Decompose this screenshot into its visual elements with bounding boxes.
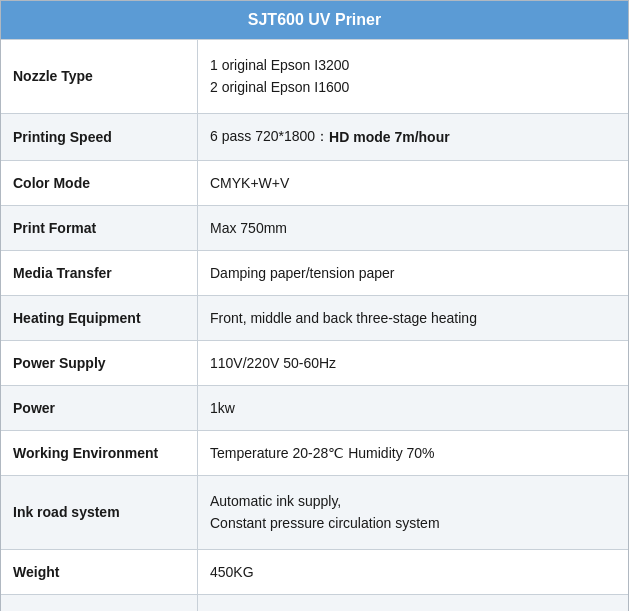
cell-label: Weight bbox=[1, 550, 198, 594]
cell-value: 110V/220V 50-60Hz bbox=[198, 341, 628, 385]
table-row: Media TransferDamping paper/tension pape… bbox=[1, 250, 628, 295]
spec-table: SJT600 UV Priner Nozzle Type1 original E… bbox=[0, 0, 629, 611]
cell-label: Heating Equipment bbox=[1, 296, 198, 340]
cell-label: Media Transfer bbox=[1, 251, 198, 295]
table-row: Heating EquipmentFront, middle and back … bbox=[1, 295, 628, 340]
cell-label: Ink road system bbox=[1, 476, 198, 549]
cell-value: Max 750mm bbox=[198, 206, 628, 250]
cell-label: Power bbox=[1, 386, 198, 430]
cell-value: Front, middle and back three-stage heati… bbox=[198, 296, 628, 340]
cell-label: Nozzle Type bbox=[1, 40, 198, 113]
table-row: Printing Speed6 pass 720*1800：HD mode 7m… bbox=[1, 113, 628, 160]
cell-label: Color Mode bbox=[1, 161, 198, 205]
cell-value: 6 pass 720*1800：HD mode 7m/hour bbox=[198, 114, 628, 160]
cell-label: Working Environment bbox=[1, 431, 198, 475]
cell-value: 1 original Epson I32002 original Epson I… bbox=[198, 40, 628, 113]
table-row: Ink road systemAutomatic ink supply,Cons… bbox=[1, 475, 628, 549]
cell-label: Power Supply bbox=[1, 341, 198, 385]
cell-label: Printing Speed bbox=[1, 114, 198, 160]
cell-value: Automatic ink supply,Constant pressure c… bbox=[198, 476, 628, 549]
cell-value: 1kw bbox=[198, 386, 628, 430]
table-row: Print FormatMax 750mm bbox=[1, 205, 628, 250]
cell-label: Print Format bbox=[1, 206, 198, 250]
table-row: Package Dimensions160*105*138cm 2.62cmb bbox=[1, 594, 628, 611]
cell-value: CMYK+W+V bbox=[198, 161, 628, 205]
cell-value: Temperature 20-28℃ Humidity 70% bbox=[198, 431, 628, 475]
table-row: Color ModeCMYK+W+V bbox=[1, 160, 628, 205]
table-row: Working EnvironmentTemperature 20-28℃ Hu… bbox=[1, 430, 628, 475]
table-header: SJT600 UV Priner bbox=[1, 1, 628, 39]
table-row: Nozzle Type1 original Epson I32002 origi… bbox=[1, 39, 628, 113]
cell-value: 450KG bbox=[198, 550, 628, 594]
cell-value: 160*105*138cm 2.62cmb bbox=[198, 595, 628, 611]
table-row: Power Supply110V/220V 50-60Hz bbox=[1, 340, 628, 385]
cell-value: Damping paper/tension paper bbox=[198, 251, 628, 295]
table-row: Weight450KG bbox=[1, 549, 628, 594]
cell-label: Package Dimensions bbox=[1, 595, 198, 611]
table-row: Power1kw bbox=[1, 385, 628, 430]
